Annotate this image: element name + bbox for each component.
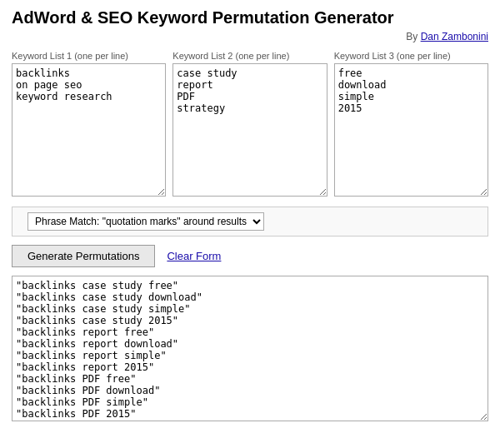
- keyword-lists-container: Keyword List 1 (one per line)Keyword Lis…: [12, 51, 488, 197]
- page-title: AdWord & SEO Keyword Permutation Generat…: [12, 8, 488, 27]
- keyword-list-col-3: Keyword List 3 (one per line): [334, 51, 488, 197]
- phrase-match-select[interactable]: Phrase Match: "quotation marks" around r…: [28, 212, 264, 231]
- action-row: Generate Permutations Clear Form: [12, 245, 488, 267]
- results-wrapper: [12, 276, 488, 424]
- author-link[interactable]: Dan Zambonini: [421, 31, 488, 42]
- keyword-list-label-1: Keyword List 1 (one per line): [12, 51, 166, 61]
- keyword-list-col-2: Keyword List 2 (one per line): [172, 51, 327, 197]
- by-prefix: By: [406, 31, 420, 42]
- keyword-list-label-2: Keyword List 2 (one per line): [172, 51, 327, 61]
- options-row: Phrase Match: "quotation marks" around r…: [12, 207, 488, 236]
- keyword-list-textarea-3[interactable]: [334, 63, 488, 197]
- keyword-list-label-3: Keyword List 3 (one per line): [334, 51, 488, 61]
- by-line: By Dan Zambonini: [12, 31, 488, 42]
- generate-button[interactable]: Generate Permutations: [12, 245, 155, 267]
- keyword-list-textarea-1[interactable]: [12, 63, 166, 197]
- keyword-list-col-1: Keyword List 1 (one per line): [12, 51, 166, 197]
- clear-button[interactable]: Clear Form: [167, 250, 221, 262]
- results-textarea[interactable]: [12, 276, 488, 421]
- keyword-list-textarea-2[interactable]: [172, 63, 327, 197]
